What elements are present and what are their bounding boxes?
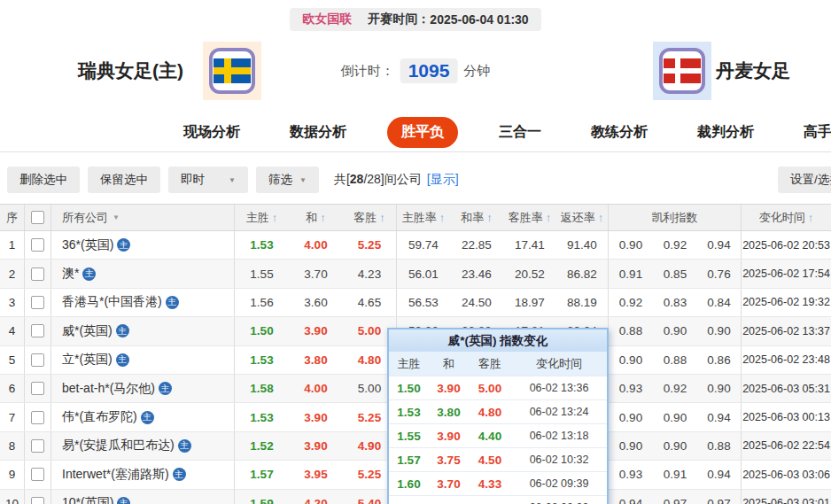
show-link[interactable]: [显示] <box>427 172 459 186</box>
header-checkbox[interactable] <box>25 205 51 230</box>
instant-dropdown[interactable]: 即时 ▼ <box>168 167 248 193</box>
odds-away[interactable]: 4.65 <box>343 289 397 316</box>
row-checkbox[interactable] <box>25 289 51 316</box>
change-time: 2025-06-03 03:01 <box>742 490 831 504</box>
kelly-draw: 0.90 <box>653 403 697 430</box>
header-return-rate[interactable]: 返还率↑ <box>556 205 609 230</box>
keep-selected-button[interactable]: 保留选中 <box>88 167 160 193</box>
sweden-flag-icon <box>209 48 255 94</box>
popup-odds-home: 1.55 <box>389 424 429 447</box>
company-name[interactable]: 36*(英国)主 <box>51 231 235 259</box>
checkbox-icon[interactable] <box>31 324 44 337</box>
popup-change-time: 06-02 00:00 <box>511 496 607 504</box>
row-checkbox[interactable] <box>25 375 51 402</box>
odds-draw[interactable]: 3.60 <box>289 289 343 316</box>
odds-draw[interactable]: 3.90 <box>289 403 343 430</box>
company-name[interactable]: 澳*主 <box>51 260 235 287</box>
odds-home[interactable]: 1.52 <box>235 432 289 460</box>
header-kelly: 凯利指数 <box>609 205 742 230</box>
select-all-checkbox[interactable] <box>31 211 44 224</box>
popup-header-home: 主胜 <box>389 352 429 376</box>
tab-scene[interactable]: 现场分析 <box>175 117 249 148</box>
header-draw-odds[interactable]: 和↑ <box>289 205 343 230</box>
checkbox-icon[interactable] <box>31 268 44 281</box>
checkbox-icon[interactable] <box>31 296 44 309</box>
checkbox-icon[interactable] <box>31 468 44 481</box>
kelly-away: 0.94 <box>697 461 742 488</box>
kelly-home: 0.88 <box>609 317 653 345</box>
filter-dropdown[interactable]: 筛选 ▼ <box>256 167 319 193</box>
row-index: 4 <box>0 317 25 345</box>
row-checkbox[interactable] <box>25 461 51 488</box>
checkbox-icon[interactable] <box>31 382 44 395</box>
odds-home[interactable]: 1.50 <box>235 317 289 345</box>
odds-home[interactable]: 1.58 <box>235 375 289 402</box>
odds-draw[interactable]: 4.00 <box>289 231 343 259</box>
company-name[interactable]: Interwet*(塞浦路斯)主 <box>51 461 235 488</box>
header-away-odds[interactable]: 客胜↑ <box>343 205 397 230</box>
company-name[interactable]: 易*(安提瓜和巴布达)主 <box>51 432 235 460</box>
odds-home[interactable]: 1.55 <box>235 260 289 287</box>
header-change-time[interactable]: 变化时间↑ <box>742 205 831 230</box>
league-badge[interactable]: 欧女国联 <box>302 12 352 27</box>
checkbox-icon[interactable] <box>31 497 44 504</box>
odds-draw[interactable]: 3.70 <box>289 260 343 287</box>
header-home-odds[interactable]: 主胜↑ <box>235 205 289 230</box>
row-checkbox[interactable] <box>25 231 51 259</box>
rate-draw: 22.85 <box>450 231 503 259</box>
sort-asc-icon: ↑ <box>272 211 278 224</box>
header-away-rate[interactable]: 客胜率↑ <box>503 205 556 230</box>
row-checkbox[interactable] <box>25 490 51 504</box>
company-name[interactable]: 伟*(直布罗陀)主 <box>51 403 235 430</box>
odds-draw[interactable]: 4.00 <box>289 375 343 402</box>
kelly-draw: 0.91 <box>653 461 697 488</box>
delete-selected-button[interactable]: 删除选中 <box>7 167 80 193</box>
header-home-rate[interactable]: 主胜率↑ <box>397 205 450 230</box>
odds-home[interactable]: 1.53 <box>235 231 289 259</box>
odds-draw[interactable]: 3.90 <box>289 317 343 345</box>
checkbox-icon[interactable] <box>31 439 44 453</box>
odds-draw[interactable]: 3.80 <box>289 346 343 374</box>
popup-row: 1.573.754.5006-02 10:32 <box>389 447 607 471</box>
company-name[interactable]: 10*(英国)主 <box>51 490 235 504</box>
odds-away[interactable]: 5.25 <box>343 231 397 259</box>
popup-change-time: 06-02 09:39 <box>511 472 607 495</box>
odds-away[interactable]: 4.23 <box>343 260 397 287</box>
checkbox-icon[interactable] <box>31 411 44 424</box>
odds-home[interactable]: 1.57 <box>235 461 289 488</box>
row-checkbox[interactable] <box>25 346 51 374</box>
row-checkbox[interactable] <box>25 432 51 460</box>
tab-three[interactable]: 三合一 <box>490 117 550 148</box>
away-team-flag <box>653 42 711 100</box>
company-name[interactable]: 威*(英国)主 <box>51 317 235 345</box>
tab-wdl[interactable]: 胜平负 <box>387 117 458 148</box>
checkbox-icon[interactable] <box>31 353 44 367</box>
row-checkbox[interactable] <box>25 403 51 430</box>
company-name[interactable]: 立*(英国)主 <box>51 346 235 374</box>
odds-draw[interactable]: 3.95 <box>289 461 343 488</box>
row-checkbox[interactable] <box>25 260 51 287</box>
odds-draw[interactable]: 3.90 <box>289 432 343 460</box>
header-company[interactable]: 所有公司▼ <box>51 205 235 230</box>
odds-home[interactable]: 1.56 <box>235 289 289 316</box>
odds-draw[interactable]: 4.20 <box>289 490 343 504</box>
odds-home[interactable]: 1.53 <box>235 403 289 430</box>
company-name[interactable]: 香港马*(中国香港)主 <box>51 289 235 316</box>
row-checkbox[interactable] <box>25 317 51 345</box>
popup-row: 1.603.704.3306-02 09:39 <box>389 471 607 495</box>
checkbox-icon[interactable] <box>31 238 44 252</box>
company-name[interactable]: bet-at-h*(马尔他)主 <box>51 375 235 402</box>
tab-expert[interactable]: 高手推荐 <box>795 117 831 148</box>
tab-coach[interactable]: 教练分析 <box>582 117 656 148</box>
kelly-away: 0.84 <box>697 289 742 316</box>
odds-history-popup: 威*(英国) 指数变化 主胜 和 客胜 变化时间 1.503.905.0006-… <box>387 328 609 504</box>
odds-home[interactable]: 1.53 <box>235 346 289 374</box>
rate-return: 91.40 <box>556 231 609 259</box>
filter-dropdown-label: 筛选 <box>268 172 292 188</box>
settings-button[interactable]: 设置/选择 <box>778 167 831 193</box>
tab-data[interactable]: 数据分析 <box>281 117 355 148</box>
countdown-unit: 分钟 <box>463 63 490 80</box>
odds-home[interactable]: 1.59 <box>235 490 289 504</box>
header-draw-rate[interactable]: 和率↑ <box>450 205 503 230</box>
tab-referee[interactable]: 裁判分析 <box>688 117 763 148</box>
